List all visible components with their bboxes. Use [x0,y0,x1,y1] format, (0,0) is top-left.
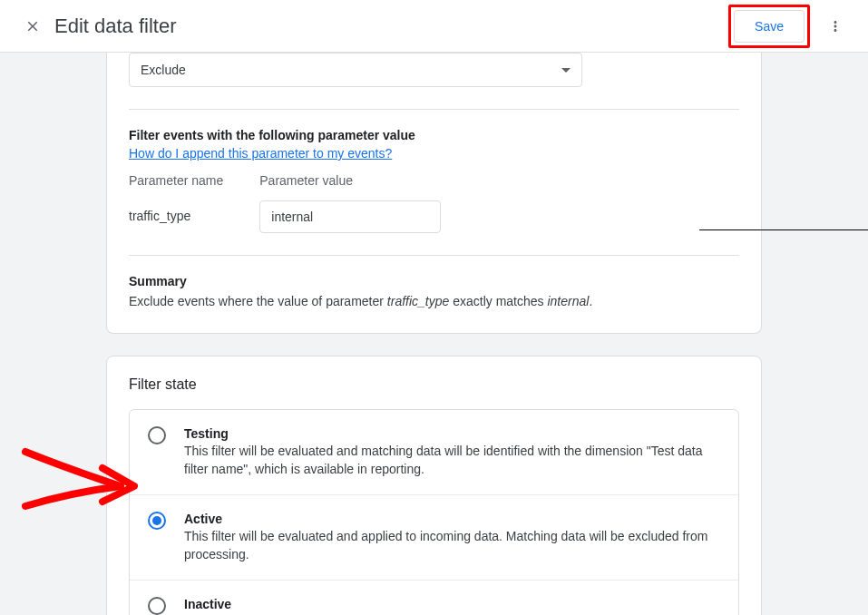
page-body: Exclude Filter events with the following… [0,53,868,615]
summary-mid: exactly matches [449,294,547,308]
more-vert-icon [827,18,844,34]
more-menu-button[interactable] [817,8,853,44]
parameter-value-input[interactable] [259,200,441,233]
radio-content: Active This filter will be evaluated and… [184,512,722,563]
radio-title: Active [184,512,722,526]
dropdown-icon [561,68,571,73]
filter-state-option-testing[interactable]: Testing This filter will be evaluated an… [130,410,738,495]
filter-operation-value: Exclude [141,63,186,77]
summary-suffix: . [589,294,592,308]
divider [129,255,739,256]
filter-settings-card: Exclude Filter events with the following… [106,53,762,334]
radio-content: Testing This filter will be evaluated an… [184,426,722,478]
parameter-name-value: traffic_type [129,200,223,223]
close-button[interactable] [15,8,51,44]
divider [129,109,739,110]
radio-description: This filter will be evaluated and matchi… [184,443,722,478]
filter-state-option-inactive[interactable]: Inactive This filter will not be evaluat… [130,581,738,615]
page-title: Edit data filter [54,15,177,38]
parameter-name-label: Parameter name [129,173,223,188]
side-line-annotation [699,229,868,230]
filter-state-option-active[interactable]: Active This filter will be evaluated and… [130,495,738,581]
parameter-section-heading: Filter events with the following paramet… [129,128,739,142]
filter-operation-select[interactable]: Exclude [129,53,582,87]
radio-icon [148,426,166,444]
radio-description: This filter will be evaluated and applie… [184,528,722,563]
help-link[interactable]: How do I append this parameter to my eve… [129,146,392,161]
summary-text: Exclude events where the value of parame… [129,292,739,311]
summary-val: internal [547,294,589,308]
filter-state-card: Filter state Testing This filter will be… [106,356,762,615]
parameter-row: Parameter name traffic_type Parameter va… [129,173,739,233]
radio-title: Inactive [184,597,722,611]
parameter-name-column: Parameter name traffic_type [129,173,223,233]
filter-state-radio-group: Testing This filter will be evaluated an… [129,409,739,615]
summary-prefix: Exclude events where the value of parame… [129,294,387,308]
summary-heading: Summary [129,274,739,288]
filter-state-title: Filter state [129,356,739,409]
save-button[interactable]: Save [734,10,805,43]
radio-content: Inactive This filter will not be evaluat… [184,597,722,615]
top-bar: Edit data filter Save [0,0,868,53]
summary-param: traffic_type [387,294,449,308]
parameter-value-column: Parameter value [259,173,441,233]
radio-icon [148,597,166,615]
close-icon [24,18,41,34]
radio-title: Testing [184,426,722,441]
radio-icon [148,512,166,530]
save-highlight-annotation: Save [728,5,810,48]
parameter-value-label: Parameter value [259,173,441,188]
